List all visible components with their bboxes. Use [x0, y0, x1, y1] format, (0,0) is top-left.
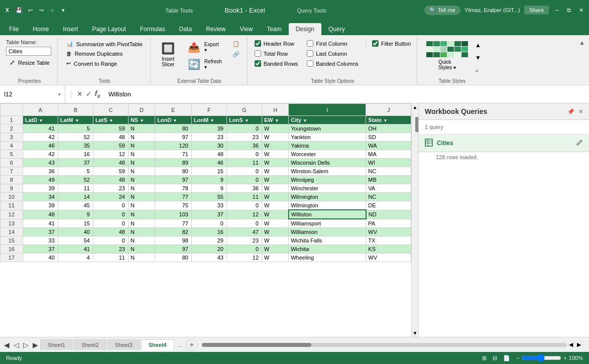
row-header-5[interactable]: 5 — [1, 150, 23, 159]
col-header-C[interactable]: C — [93, 104, 128, 116]
zoom-range[interactable] — [521, 354, 561, 362]
cell-G10[interactable]: 11 — [226, 193, 262, 201]
cell-A13[interactable]: 41 — [23, 219, 58, 228]
insert-slicer-button[interactable]: 🔲 InsertSlicer — [156, 39, 181, 70]
total-row-checkbox[interactable] — [255, 50, 261, 57]
cell-C1[interactable]: LatS ▾ — [93, 116, 128, 125]
tell-me-box[interactable]: 🔍 Tell me — [424, 6, 460, 15]
confirm-formula-icon[interactable]: ✓ — [86, 90, 92, 98]
cell-E17[interactable]: 80 — [155, 254, 192, 262]
cell-I17[interactable]: Wheeling — [289, 254, 366, 262]
cell-H15[interactable]: W — [262, 236, 289, 245]
cell-G16[interactable]: 0 — [226, 245, 262, 254]
cell-J5[interactable]: MA — [366, 150, 411, 159]
cell-B9[interactable]: 11 — [58, 184, 93, 193]
cell-I8[interactable]: Winnipeg — [289, 176, 366, 184]
cell-C17[interactable]: 11 — [93, 254, 128, 262]
cell-C15[interactable]: 0 — [93, 236, 128, 245]
cell-G17[interactable]: 12 — [226, 254, 262, 262]
sheet-nav-right[interactable]: ▷ — [21, 341, 31, 349]
cell-I16[interactable]: Wichita — [289, 245, 366, 254]
cell-I12[interactable]: Williston — [289, 210, 366, 219]
cell-D5[interactable]: N — [128, 150, 155, 159]
col-header-G[interactable]: G — [226, 104, 262, 116]
cell-E12[interactable]: 103 — [155, 210, 192, 219]
cell-A17[interactable]: 40 — [23, 254, 58, 262]
cell-A7[interactable]: 36 — [23, 167, 58, 176]
summarize-pivottable-button[interactable]: 📊 Summarize with PivotTable — [63, 39, 146, 49]
add-sheet-button[interactable]: + — [186, 339, 198, 351]
close-panel-icon[interactable]: ✕ — [578, 108, 583, 115]
col-header-A[interactable]: A — [23, 104, 58, 116]
name-box-dropdown[interactable]: ▾ — [58, 92, 61, 97]
cell-G14[interactable]: 47 — [226, 228, 262, 236]
last-column-checkbox[interactable] — [307, 50, 313, 57]
cell-G13[interactable]: 0 — [226, 219, 262, 228]
table-row[interactable]: 14374048N821647WWilliamsonWV — [1, 228, 411, 236]
cell-C6[interactable]: 48 — [93, 159, 128, 167]
cell-D17[interactable]: N — [128, 254, 155, 262]
cell-F4[interactable]: 30 — [191, 142, 226, 150]
sheet-tab-sheet3[interactable]: Sheet3 — [107, 339, 140, 350]
cell-I7[interactable]: Winston-Salem — [289, 167, 366, 176]
cell-I2[interactable]: Youngstown — [289, 125, 366, 133]
ribbon-collapse-button[interactable]: ▲ — [579, 39, 585, 46]
cell-A15[interactable]: 33 — [23, 236, 58, 245]
cell-D1[interactable]: NS ▾ — [128, 116, 155, 125]
scroll-thumb[interactable] — [415, 117, 419, 132]
table-row[interactable]: 4463559N1203036WYakimaWA — [1, 142, 411, 150]
sheet-nav-rightmost[interactable]: ▶ — [31, 341, 40, 349]
banded-columns-checkbox-row[interactable]: Banded Columns — [305, 59, 360, 68]
table-row[interactable]: 241559N80390WYoungstownOH — [1, 125, 411, 133]
cell-I13[interactable]: Williamsport — [289, 219, 366, 228]
cell-G9[interactable]: 36 — [226, 184, 262, 193]
cell-D6[interactable]: N — [128, 159, 155, 167]
cell-I14[interactable]: Williamson — [289, 228, 366, 236]
resize-table-button[interactable]: ⤢ Resize Table — [6, 57, 53, 68]
cell-D4[interactable]: N — [128, 142, 155, 150]
last-column-checkbox-row[interactable]: Last Column — [305, 49, 360, 58]
col-header-I[interactable]: I — [289, 104, 366, 116]
cell-G7[interactable]: 0 — [226, 167, 262, 176]
cell-F6[interactable]: 46 — [191, 159, 226, 167]
header-row-checkbox[interactable] — [255, 40, 261, 47]
cell-A4[interactable]: 46 — [23, 142, 58, 150]
scroll-down-styles[interactable]: ▼ — [474, 53, 482, 62]
tab-design[interactable]: Design — [289, 23, 321, 35]
cell-G1[interactable]: LonS ▾ — [226, 116, 262, 125]
sheet-tab-sheet4[interactable]: Sheet4 — [141, 339, 174, 350]
table-row[interactable]: 1533540N982923WWichita FallsTX — [1, 236, 411, 245]
customize-icon[interactable]: ▾ — [59, 6, 67, 14]
cell-E16[interactable]: 97 — [155, 245, 192, 254]
cell-J12[interactable]: ND — [366, 210, 411, 219]
tab-file[interactable]: File — [2, 23, 26, 35]
cell-D12[interactable]: N — [128, 210, 155, 219]
cell-G3[interactable]: 23 — [226, 133, 262, 142]
first-column-checkbox-row[interactable]: First Column — [305, 39, 360, 48]
cell-A8[interactable]: 49 — [23, 176, 58, 184]
cell-G15[interactable]: 23 — [226, 236, 262, 245]
banded-columns-checkbox[interactable] — [307, 60, 313, 67]
cell-F9[interactable]: 9 — [191, 184, 226, 193]
cell-E14[interactable]: 82 — [155, 228, 192, 236]
restore-icon[interactable]: ⧉ — [565, 6, 573, 14]
cell-C16[interactable]: 23 — [93, 245, 128, 254]
cancel-formula-icon[interactable]: ✕ — [77, 90, 83, 98]
header-row-checkbox-row[interactable]: Header Row — [253, 39, 300, 48]
cell-E7[interactable]: 80 — [155, 167, 192, 176]
cell-I9[interactable]: Winchester — [289, 184, 366, 193]
cell-H17[interactable]: W — [262, 254, 289, 262]
tab-insert[interactable]: Insert — [56, 23, 85, 35]
cell-C14[interactable]: 48 — [93, 228, 128, 236]
tab-query[interactable]: Query — [321, 23, 352, 35]
cell-D10[interactable]: N — [128, 193, 155, 201]
sheet-tab-sheet2[interactable]: Sheet2 — [74, 339, 106, 350]
cell-D16[interactable]: N — [128, 245, 155, 254]
table-row[interactable]: 10341424N775511WWilmingtonNC — [1, 193, 411, 201]
table-row[interactable]: 1139450N75330WWilmingtonDE — [1, 201, 411, 210]
cell-F13[interactable]: 0 — [191, 219, 226, 228]
cell-F7[interactable]: 15 — [191, 167, 226, 176]
table-row[interactable]: 3425248N972323WYanktonSD — [1, 133, 411, 142]
cell-H11[interactable]: W — [262, 201, 289, 210]
table-row[interactable]: 736559N80150WWinston-SalemNC — [1, 167, 411, 176]
